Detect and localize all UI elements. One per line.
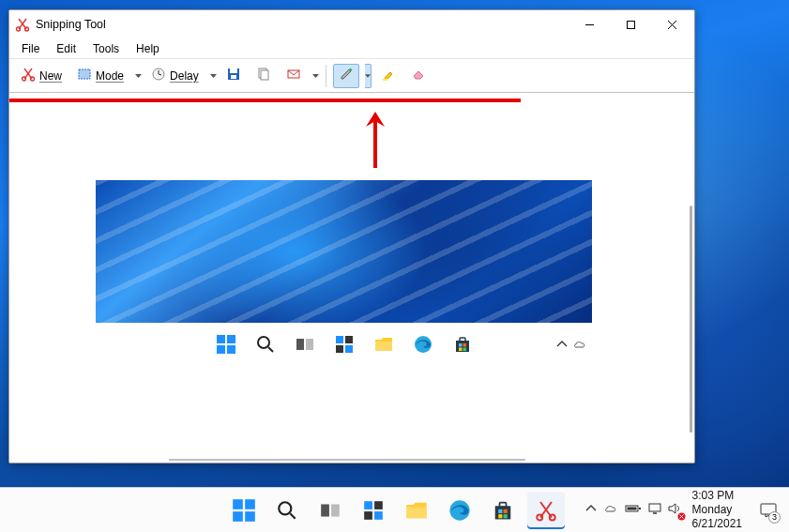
selection-rect-icon [77,67,92,84]
menu-edit[interactable]: Edit [48,40,84,57]
delay-button[interactable]: Delay [145,64,205,88]
notification-center-button[interactable]: 3 [755,494,781,526]
pen-icon [339,67,354,84]
start-icon [215,333,237,356]
pen-dropdown[interactable] [365,64,372,88]
delay-dropdown[interactable] [210,64,217,88]
menu-file[interactable]: File [13,40,48,57]
svg-rect-8 [79,69,90,79]
notification-badge: 3 [768,511,781,524]
scissors-icon [21,67,36,84]
send-button[interactable] [281,64,307,88]
svg-rect-56 [499,502,506,507]
tb-store-button[interactable] [484,492,522,529]
svg-rect-58 [503,509,507,512]
tb-start-button[interactable] [225,492,263,529]
tb-file-explorer-button[interactable] [398,492,435,529]
tray-chevron-up-icon[interactable] [585,503,597,517]
svg-rect-64 [639,508,641,509]
highlighter-icon [381,67,396,84]
mode-button[interactable]: Mode [71,64,129,88]
file-explorer-icon [372,333,395,356]
new-button[interactable]: New [15,64,68,88]
tray-volume-icon[interactable] [668,502,683,518]
svg-point-62 [549,514,554,520]
svg-point-45 [279,502,291,514]
toolbar-separator [326,65,326,87]
canvas-area[interactable] [9,93,694,463]
svg-rect-39 [459,348,463,352]
svg-rect-27 [296,339,304,350]
svg-line-46 [290,513,295,518]
svg-rect-14 [230,68,237,73]
svg-rect-49 [364,501,372,509]
tb-task-view-button[interactable] [311,492,349,529]
highlighter-button[interactable] [375,64,402,88]
red-annotation-arrow [358,112,396,177]
menubar: File Edit Tools Help [9,38,694,59]
svg-rect-48 [331,504,340,516]
clock-icon [151,67,166,84]
svg-point-7 [31,77,35,81]
snip-wallpaper [96,180,592,323]
eraser-icon [411,67,426,84]
delay-label: Delay [170,69,199,83]
svg-rect-43 [233,511,243,522]
menu-tools[interactable]: Tools [84,40,128,57]
tb-snipping-tool-button[interactable] [527,492,565,529]
tray-onedrive-icon[interactable] [603,503,618,517]
svg-rect-66 [649,504,660,511]
svg-rect-32 [345,345,353,353]
svg-rect-21 [217,335,225,343]
send-dropdown[interactable] [312,64,319,88]
svg-point-61 [537,514,542,520]
window-title: Snipping Tool [36,18,106,31]
tray-network-icon[interactable] [648,502,661,518]
svg-rect-22 [227,335,235,343]
task-view-icon [294,333,316,356]
svg-rect-44 [245,511,255,522]
search-icon [254,333,277,356]
save-icon [226,67,241,84]
svg-rect-23 [217,345,225,354]
eraser-button[interactable] [405,64,432,88]
save-button[interactable] [220,64,247,88]
svg-rect-31 [336,345,343,353]
svg-rect-20 [383,79,387,81]
svg-rect-55 [494,506,510,519]
horizontal-scrollbar[interactable] [169,459,525,461]
close-button[interactable] [651,10,692,38]
svg-rect-29 [336,336,343,343]
svg-point-0 [17,27,21,31]
menu-help[interactable]: Help [128,40,168,57]
edge-icon [412,333,434,356]
minimize-button[interactable] [569,10,610,38]
new-label: New [39,69,62,83]
snip-taskbar [96,323,592,366]
tb-edge-button[interactable] [441,492,478,529]
svg-rect-38 [463,343,466,347]
svg-rect-17 [261,70,268,80]
tb-search-button[interactable] [268,492,306,529]
svg-line-26 [268,347,273,352]
desktop-taskbar: 3:03 PM Monday 6/21/2021 3 [0,487,789,532]
vertical-scrollbar[interactable] [690,205,692,433]
mode-dropdown[interactable] [135,64,142,88]
tb-widgets-button[interactable] [355,492,392,529]
snipping-tool-icon [15,17,30,32]
svg-rect-50 [374,501,383,509]
maximize-button[interactable] [610,10,651,38]
svg-point-1 [25,27,29,31]
clock-date: 6/21/2021 [692,517,742,531]
pen-button[interactable] [333,64,359,88]
svg-rect-41 [233,499,243,509]
titlebar[interactable]: Snipping Tool [9,10,694,38]
tray-battery-icon[interactable] [625,503,642,517]
envelope-icon [286,67,301,84]
chevron-up-icon [556,339,568,350]
svg-rect-33 [375,342,392,351]
copy-icon [256,67,271,84]
copy-button[interactable] [250,64,277,88]
svg-rect-59 [498,514,502,518]
taskbar-clock[interactable]: 3:03 PM Monday 6/21/2021 [692,489,742,531]
